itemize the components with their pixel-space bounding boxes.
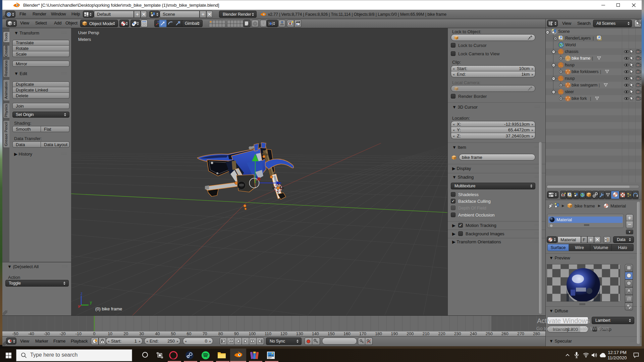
svg-text:-20: -20 [60,331,66,336]
svg-text:i: i [8,13,9,16]
svg-text:y: y [90,300,92,305]
svg-text:40: 40 [155,331,160,336]
svg-text:220: 220 [438,331,445,336]
svg-text:120: 120 [280,331,287,336]
svg-text:-10: -10 [75,331,82,336]
svg-text:250: 250 [486,331,493,336]
svg-text:80: 80 [218,331,223,336]
svg-text:90: 90 [234,331,239,336]
svg-text:150: 150 [328,331,335,336]
svg-text:170: 170 [359,331,366,336]
svg-text:190: 190 [391,331,398,336]
svg-text:30: 30 [139,331,144,336]
svg-text:100: 100 [249,331,256,336]
svg-text:-40: -40 [28,331,34,336]
svg-text:230: 230 [454,331,461,336]
svg-text:20: 20 [123,331,128,336]
svg-text:x: x [78,304,80,308]
svg-text:280: 280 [533,331,540,336]
svg-text:0: 0 [93,331,96,336]
svg-text:60: 60 [187,331,192,336]
svg-text:-30: -30 [44,331,50,336]
svg-text:140: 140 [312,331,319,336]
svg-text:10: 10 [108,331,112,336]
svg-text:50: 50 [171,331,175,336]
svg-text:160: 160 [343,331,351,336]
svg-text:240: 240 [470,331,477,336]
svg-text:200: 200 [407,331,414,336]
svg-text:z: z [80,292,83,296]
svg-text:130: 130 [296,331,303,336]
svg-text:210: 210 [422,331,429,336]
svg-text:-50: -50 [12,331,18,336]
svg-text:260: 260 [501,331,508,336]
svg-text:110: 110 [265,331,271,336]
svg-text:180: 180 [375,331,382,336]
svg-text:70: 70 [203,331,207,336]
svg-text:270: 270 [517,331,524,336]
